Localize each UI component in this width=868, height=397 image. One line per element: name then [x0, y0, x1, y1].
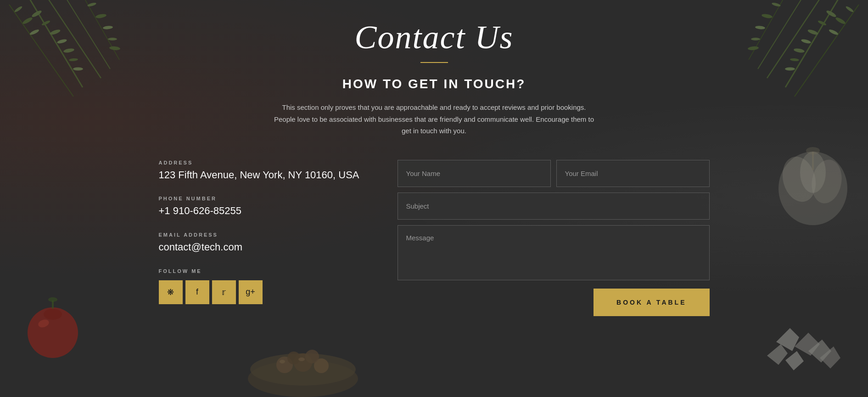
svg-marker-63 — [808, 340, 831, 363]
svg-point-52 — [250, 353, 356, 386]
name-email-row — [398, 160, 710, 187]
svg-marker-60 — [776, 328, 799, 351]
svg-marker-65 — [785, 351, 804, 370]
svg-point-57 — [305, 350, 319, 363]
address-value: 123 Fifth Avenue, New York, NY 10160, US… — [159, 168, 361, 182]
phone-value: +1 910-626-85255 — [159, 204, 361, 218]
facebook-button[interactable]: f — [185, 280, 209, 304]
svg-point-59 — [298, 357, 305, 361]
twitter-button[interactable]: 𝕣 — [212, 280, 236, 304]
page-wrapper: Contact Us HOW TO GET IN TOUCH? This sec… — [0, 0, 868, 397]
svg-point-53 — [276, 357, 293, 373]
svg-point-51 — [248, 360, 358, 397]
google-plus-button[interactable]: g+ — [239, 280, 263, 304]
email-label: EMAIL ADDRESS — [159, 232, 361, 238]
svg-marker-61 — [795, 333, 820, 356]
email-value: contact@tech.com — [159, 240, 361, 255]
social-block: FOLLOW ME ❋ f 𝕣 g+ — [159, 268, 361, 304]
follow-label: FOLLOW ME — [159, 268, 361, 274]
svg-point-56 — [287, 352, 300, 364]
message-textarea[interactable] — [398, 225, 710, 280]
section-description: This section only proves that you are ap… — [274, 102, 595, 137]
email-block: EMAIL ADDRESS contact@tech.com — [159, 232, 361, 255]
title-divider — [420, 62, 448, 63]
svg-marker-62 — [767, 344, 788, 365]
bowl-decoration — [239, 305, 367, 397]
pinterest-button[interactable]: ❋ — [159, 280, 183, 304]
svg-point-50 — [37, 318, 50, 329]
subject-input[interactable] — [398, 193, 710, 220]
book-table-button[interactable]: BOOK A TABLE — [594, 289, 709, 316]
svg-point-55 — [314, 358, 329, 373]
section-heading: HOW TO GET IN TOUCH? — [342, 77, 526, 91]
phone-block: PHONE NUMBER +1 910-626-85255 — [159, 196, 361, 218]
main-content: Contact Us HOW TO GET IN TOUCH? This sec… — [0, 0, 868, 318]
address-label: ADDRESS — [159, 160, 361, 165]
name-input[interactable] — [398, 160, 551, 187]
social-icons-row: ❋ f 𝕣 g+ — [159, 280, 361, 304]
svg-marker-64 — [820, 346, 840, 369]
address-block: ADDRESS 123 Fifth Avenue, New York, NY 1… — [159, 160, 361, 182]
email-input[interactable] — [556, 160, 710, 187]
contact-title: Contact Us — [354, 18, 513, 57]
svg-point-54 — [294, 353, 312, 372]
main-columns: ADDRESS 123 Fifth Avenue, New York, NY 1… — [159, 160, 710, 318]
phone-label: PHONE NUMBER — [159, 196, 361, 201]
contact-form: BOOK A TABLE — [398, 160, 710, 316]
svg-point-58 — [280, 360, 285, 363]
contact-info-column: ADDRESS 123 Fifth Avenue, New York, NY 1… — [159, 160, 361, 318]
